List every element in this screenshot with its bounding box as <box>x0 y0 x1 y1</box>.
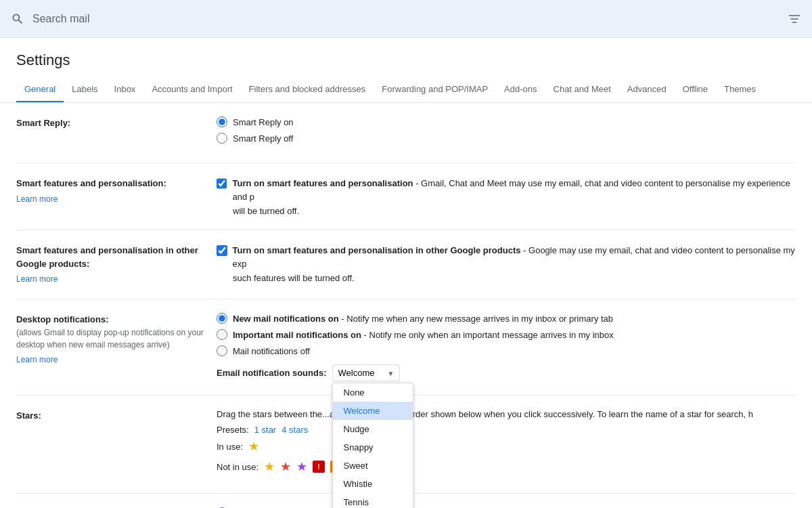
new-mail-notif-option[interactable]: New mail notifications on - Notify me wh… <box>217 313 796 324</box>
tab-labels[interactable]: Labels <box>64 77 106 103</box>
settings-tabs: General Labels Inbox Accounts and Import… <box>0 77 812 103</box>
desktop-notifications-content: New mail notifications on - Notify me wh… <box>217 313 796 381</box>
search-bar <box>0 0 812 38</box>
sounds-option-snappy[interactable]: Snappy <box>333 438 413 457</box>
tab-general[interactable]: General <box>16 77 64 103</box>
tab-filters[interactable]: Filters and blocked addresses <box>241 77 374 103</box>
tab-offline[interactable]: Offline <box>675 77 716 103</box>
smart-features-google-suffix: such features will be turned off. <box>217 273 796 283</box>
desktop-notifications-label: Desktop notifications: (allows Gmail to … <box>16 313 206 366</box>
smart-reply-on-radio[interactable] <box>217 117 227 127</box>
sounds-select[interactable]: Welcome <box>332 364 400 381</box>
sounds-option-sweet[interactable]: Sweet <box>333 457 413 475</box>
tab-forwarding[interactable]: Forwarding and POP/IMAP <box>374 77 496 103</box>
smart-features-checkbox[interactable] <box>217 178 227 189</box>
sounds-option-nudge[interactable]: Nudge <box>333 420 413 438</box>
stars-label: Stars: <box>16 409 206 423</box>
tab-accounts[interactable]: Accounts and Import <box>143 77 240 103</box>
sounds-option-whistle[interactable]: Whistle <box>333 475 413 493</box>
sounds-option-tennis[interactable]: Tennis <box>333 493 413 508</box>
filter-icon[interactable] <box>788 12 801 26</box>
mail-notif-off-option[interactable]: Mail notifications off <box>217 345 796 356</box>
smart-features-google-label: Smart features and personalisation in ot… <box>16 244 206 285</box>
search-input[interactable] <box>32 13 780 25</box>
tab-themes[interactable]: Themes <box>716 77 764 103</box>
smart-features-google-content: Turn on smart features and personalisati… <box>217 244 796 283</box>
not-in-use-label: Not in use: <box>217 462 258 472</box>
presets-label: Presets: <box>217 425 249 435</box>
important-mail-notif-radio[interactable] <box>217 329 227 340</box>
smart-reply-off-option[interactable]: Smart Reply off <box>217 133 796 144</box>
sounds-option-welcome[interactable]: Welcome <box>333 402 413 420</box>
smart-features-text: Turn on smart features and personalisati… <box>232 177 796 203</box>
star-purple-notuse[interactable]: ★ <box>296 459 307 474</box>
smart-features-google-checkbox-option[interactable]: Turn on smart features and personalisati… <box>217 244 796 270</box>
settings-body: Smart Reply: Smart Reply on Smart Reply … <box>0 103 812 508</box>
sounds-dropdown-wrapper: Welcome ▼ None Welcome Nudge Snappy Swee… <box>332 364 400 381</box>
stars-content: Drag the stars between the...ars will ro… <box>217 409 796 480</box>
tab-advanced[interactable]: Advanced <box>619 77 675 103</box>
presets-row: Presets: 1 star 4 stars <box>217 425 796 435</box>
desktop-notifications-row: Desktop notifications: (allows Gmail to … <box>16 299 796 396</box>
search-icon <box>11 12 24 26</box>
smart-features-google-learn-more[interactable]: Learn more <box>16 273 206 285</box>
smart-features-content: Turn on smart features and personalisati… <box>217 177 796 216</box>
not-in-use-row: Not in use: ★ ★ ★ ! ! ✓ i ? <box>217 459 796 474</box>
smart-features-google-checkbox[interactable] <box>217 245 227 256</box>
in-use-label: In use: <box>217 442 243 452</box>
smart-reply-off-radio[interactable] <box>217 133 227 144</box>
smart-reply-on-label: Smart Reply on <box>233 117 294 127</box>
smart-features-row: Smart features and personalisation: Lear… <box>16 163 796 230</box>
settings-title: Settings <box>0 38 812 77</box>
smart-features-google-text: Turn on smart features and personalisati… <box>233 244 796 270</box>
smart-features-checkbox-option[interactable]: Turn on smart features and personalisati… <box>217 177 796 203</box>
important-mail-notif-option[interactable]: Important mail notifications on - Notify… <box>217 329 796 340</box>
preset-1star[interactable]: 1 star <box>254 425 277 435</box>
smart-reply-label: Smart Reply: <box>16 117 206 130</box>
search-input-wrapper <box>11 12 780 26</box>
sounds-dropdown-popup: None Welcome Nudge Snappy Sweet Whistle … <box>332 383 413 508</box>
smart-reply-off-label: Smart Reply off <box>233 133 293 144</box>
stars-drag-text: Drag the stars between the...ars will ro… <box>217 409 796 419</box>
desktop-notifications-learn-more[interactable]: Learn more <box>16 354 206 366</box>
tab-chat[interactable]: Chat and Meet <box>545 77 619 103</box>
tab-inbox[interactable]: Inbox <box>106 77 144 103</box>
red-bang-icon[interactable]: ! <box>313 461 325 473</box>
smart-reply-on-option[interactable]: Smart Reply on <box>217 117 796 127</box>
new-mail-notif-radio[interactable] <box>217 313 227 324</box>
mail-notif-off-label: Mail notifications off <box>233 346 310 356</box>
star-orange-notuse[interactable]: ★ <box>264 459 275 474</box>
important-mail-notif-label: Important mail notifications on - Notify… <box>233 330 614 340</box>
new-mail-notif-label: New mail notifications on - Notify me wh… <box>233 314 613 324</box>
email-sounds-label: Email notification sounds: <box>217 368 327 378</box>
settings-container: Settings General Labels Inbox Accounts a… <box>0 38 812 508</box>
email-sounds-row: Email notification sounds: Welcome ▼ Non… <box>217 364 796 381</box>
star-red-notuse[interactable]: ★ <box>280 459 291 474</box>
tab-addons[interactable]: Add-ons <box>496 77 545 103</box>
smart-reply-row: Smart Reply: Smart Reply on Smart Reply … <box>16 103 796 163</box>
smart-features-google-row: Smart features and personalisation in ot… <box>16 230 796 299</box>
star-yellow-inuse[interactable]: ★ <box>248 439 259 454</box>
in-use-row: In use: ★ <box>217 439 796 454</box>
smart-features-learn-more[interactable]: Learn more <box>16 193 206 205</box>
mail-notif-off-radio[interactable] <box>217 345 227 356</box>
smart-features-label: Smart features and personalisation: Lear… <box>16 177 206 205</box>
smart-reply-content: Smart Reply on Smart Reply off <box>217 117 796 149</box>
smart-features-suffix: will be turned off. <box>217 206 796 216</box>
preset-4stars[interactable]: 4 stars <box>281 425 308 435</box>
sounds-option-none[interactable]: None <box>333 383 413 402</box>
